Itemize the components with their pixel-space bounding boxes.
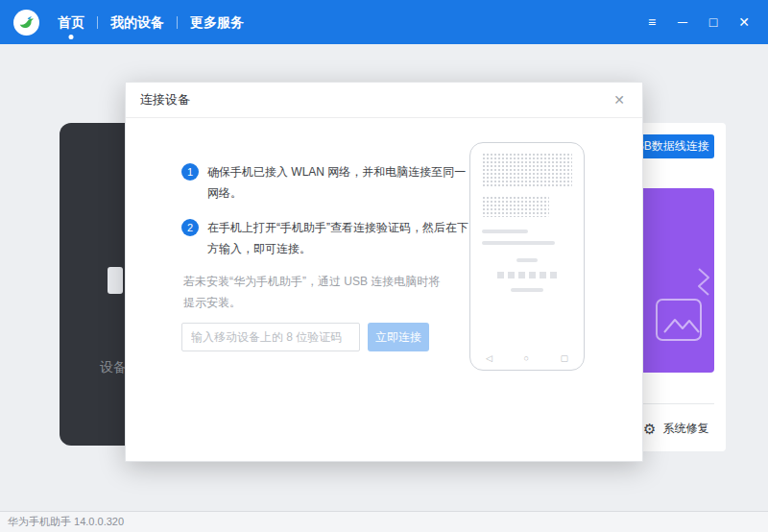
illustration-text-bar: [482, 241, 555, 245]
android-back-icon: ◁: [486, 353, 492, 363]
dialog-title: 连接设备: [140, 91, 190, 109]
maximize-icon[interactable]: □: [703, 12, 724, 33]
titlebar: 首页 我的设备 更多服务 ≡ ─ □ ✕: [0, 0, 768, 44]
nav-tab-more-services[interactable]: 更多服务: [178, 0, 256, 44]
illustration-text-bar: [482, 230, 528, 233]
main-content: 设备 USB数据线连接 ⚙ 系统修复 连接设备 ✕ 1 确保手机已接入 WLA: [0, 44, 768, 511]
step-1: 1 确保手机已接入 WLAN 网络，并和电脑连接至同一网络。: [181, 161, 472, 204]
install-hint-text: 若未安装“华为手机助手”，通过 USB 连接电脑时将提示安装。: [183, 271, 450, 313]
illustration-nav-bar: ◁ ○ ▢: [486, 353, 568, 363]
step-2: 2 在手机上打开“手机助手”查看连接验证码，然后在下方输入，即可连接。: [181, 217, 472, 259]
statusbar: 华为手机助手 14.0.0.320: [0, 511, 768, 532]
phone-illustration: ◁ ○ ▢: [469, 142, 585, 371]
window-controls: ≡ ─ □ ✕: [641, 12, 758, 33]
swallow-icon: [17, 13, 36, 32]
hisuite-window: 首页 我的设备 更多服务 ≡ ─ □ ✕ 设备 USB数据线连接: [0, 0, 768, 532]
nav-tab-my-devices-label: 我的设备: [110, 14, 164, 30]
menu-icon[interactable]: ≡: [641, 12, 662, 33]
step-2-text: 在手机上打开“手机助手”查看连接验证码，然后在下方输入，即可连接。: [207, 217, 472, 259]
nav-tab-home-label: 首页: [58, 14, 84, 30]
illustration-text-bar: [511, 288, 543, 292]
step-1-text: 确保手机已接入 WLAN 网络，并和电脑连接至同一网络。: [207, 161, 472, 204]
step-1-badge: 1: [181, 163, 199, 181]
illustration-code-squares: [482, 272, 572, 278]
nav-tab-home[interactable]: 首页: [45, 0, 97, 44]
usb-cable-icon: [108, 267, 123, 294]
connect-device-dialog: 连接设备 ✕ 1 确保手机已接入 WLAN 网络，并和电脑连接至同一网络。 2 …: [125, 82, 643, 462]
step-2-badge: 2: [181, 219, 199, 236]
dialog-header: 连接设备 ✕: [126, 83, 642, 118]
illustration-text-bar: [516, 258, 538, 262]
illustration-noise-block: [482, 196, 549, 217]
android-recent-icon: ▢: [560, 353, 568, 363]
device-section-label: 设备: [100, 359, 127, 376]
illustration-noise-block: [482, 153, 572, 187]
system-repair-button[interactable]: ⚙ 系统修复: [643, 421, 708, 437]
main-nav: 首页 我的设备 更多服务: [45, 0, 256, 44]
gear-icon: ⚙: [643, 422, 656, 436]
active-tab-indicator: [69, 35, 74, 39]
panel-divider: [641, 403, 714, 404]
dialog-close-icon[interactable]: ✕: [611, 91, 628, 109]
app-version-text: 华为手机助手 14.0.0.320: [8, 515, 124, 529]
hisuite-logo-icon: [13, 10, 39, 36]
minimize-icon[interactable]: ─: [672, 12, 693, 33]
verification-code-input[interactable]: [181, 323, 360, 351]
verification-row: 立即连接: [181, 323, 429, 351]
android-home-icon: ○: [523, 353, 528, 363]
nav-tab-my-devices[interactable]: 我的设备: [98, 0, 177, 44]
nav-tab-more-services-label: 更多服务: [190, 14, 244, 30]
close-icon[interactable]: ✕: [733, 12, 755, 33]
system-repair-label: 系统修复: [662, 421, 708, 437]
connect-now-button[interactable]: 立即连接: [368, 323, 429, 351]
